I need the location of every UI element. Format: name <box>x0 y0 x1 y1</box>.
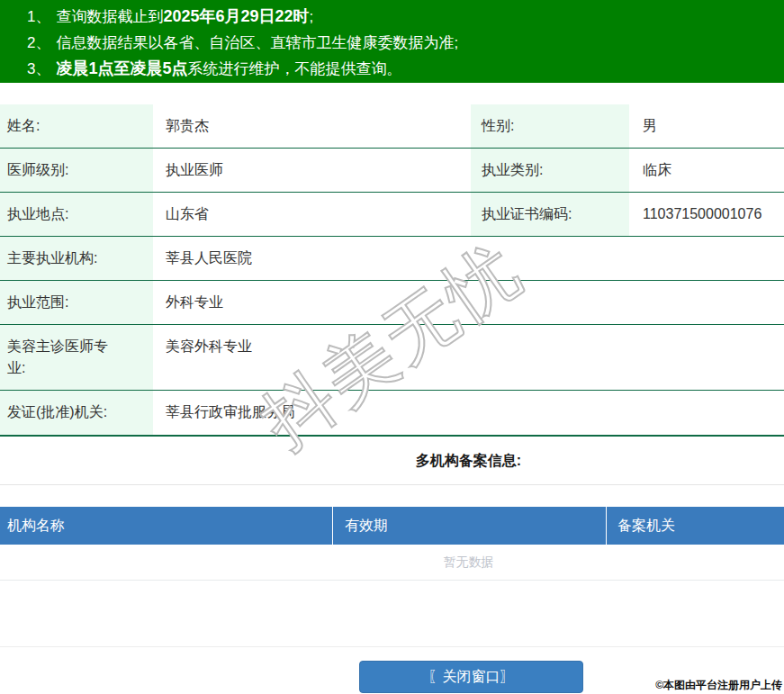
field-value-name: 郭贵杰 <box>153 104 471 148</box>
field-label-issuing-authority: 发证(批准)机关: <box>0 391 153 435</box>
notice-bold-text: 2025年6月29日22时 <box>163 7 309 25</box>
notice-punct: ; <box>310 8 314 25</box>
notice-text: 查询数据截止到 <box>56 8 163 25</box>
info-row: 美容主诊医师专业: 美容外科专业 <box>0 325 784 391</box>
info-row: 医师级别: 执业医师 执业类别: 临床 <box>0 149 784 193</box>
info-row: 主要执业机构: 莘县人民医院 <box>0 237 784 281</box>
upload-attribution-note: ©本图由平台注册用户上传 <box>655 678 782 693</box>
doctor-info-table: 姓名: 郭贵杰 性别: 男 医师级别: 执业医师 执业类别: 临床 执业地点: … <box>0 104 784 437</box>
notice-line: 2、信息数据结果以各省、自治区、直辖市卫生健康委数据为准; <box>27 30 784 56</box>
info-row: 执业范围: 外科专业 <box>0 281 784 325</box>
section-title-row: 多机构备案信息: <box>0 437 784 485</box>
notice-line: 3、凌晨1点至凌晨5点系统进行维护，不能提供查询。 <box>27 56 784 82</box>
notice-bold-text: 凌晨1点至凌晨5点 <box>56 59 187 77</box>
field-label-main-institution: 主要执业机构: <box>0 237 153 280</box>
field-label-practice-scope: 执业范围: <box>0 281 153 324</box>
field-value-doctor-level: 执业医师 <box>153 149 471 192</box>
records-column-header-validity: 有效期 <box>333 507 607 545</box>
field-value-practice-category: 临床 <box>629 149 784 192</box>
field-label-gender: 性别: <box>471 104 629 148</box>
notice-punct: ; <box>454 34 458 51</box>
field-label-practice-location: 执业地点: <box>0 193 153 236</box>
notice-number: 3、 <box>27 60 50 77</box>
field-label-practice-category: 执业类别: <box>471 149 629 192</box>
field-value-practice-location: 山东省 <box>153 193 471 236</box>
notice-punct: 系统进行维护，不能提供查询。 <box>188 60 402 77</box>
info-row: 姓名: 郭贵杰 性别: 男 <box>0 104 784 149</box>
field-value-gender: 男 <box>629 104 784 148</box>
notice-banner: 1、查询数据截止到2025年6月29日22时; 2、信息数据结果以各省、自治区、… <box>0 0 784 83</box>
records-column-header-filing-authority: 备案机关 <box>607 507 784 545</box>
notice-line: 1、查询数据截止到2025年6月29日22时; <box>27 4 784 30</box>
field-value-cosmetic-specialty: 美容外科专业 <box>153 325 784 390</box>
notice-text: 信息数据结果以各省、自治区、直辖市卫生健康委数据为准 <box>56 34 454 51</box>
info-row: 执业地点: 山东省 执业证书编码: 110371500001076 <box>0 193 784 237</box>
notice-number: 2、 <box>27 34 50 51</box>
field-label-doctor-level: 医师级别: <box>0 149 153 192</box>
info-row: 发证(批准)机关: 莘县行政审批服务局 <box>0 391 784 437</box>
records-body-spacer <box>0 581 784 647</box>
notice-number: 1、 <box>27 8 50 25</box>
close-window-button[interactable]: 〖关闭窗口〗 <box>359 661 583 693</box>
records-empty-state: 暂无数据 <box>0 545 784 581</box>
records-table-header: 机构名称 有效期 备案机关 <box>0 507 784 545</box>
field-label-cosmetic-specialty: 美容主诊医师专业: <box>0 325 153 390</box>
field-label-certificate-number: 执业证书编码: <box>471 193 629 236</box>
footer: 〖关闭窗口〗 ©本图由平台注册用户上传 <box>0 647 784 694</box>
section-title: 多机构备案信息: <box>416 453 521 468</box>
field-value-practice-scope: 外科专业 <box>153 281 784 324</box>
field-value-certificate-number: 110371500001076 <box>629 193 784 236</box>
records-column-header-institution: 机构名称 <box>0 507 333 545</box>
field-label-name: 姓名: <box>0 104 153 148</box>
field-value-main-institution: 莘县人民医院 <box>153 237 784 280</box>
field-value-issuing-authority: 莘县行政审批服务局 <box>153 391 784 435</box>
